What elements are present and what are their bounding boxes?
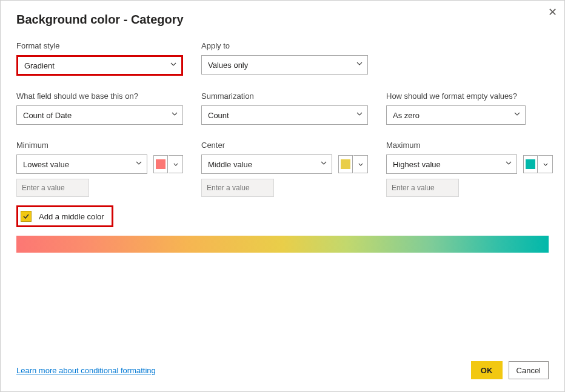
select-value: Middle value	[208, 160, 252, 169]
select-format-style[interactable]: Gradient	[16, 55, 183, 76]
label-maximum: Maximum	[386, 141, 553, 150]
col-format-style: Format style Gradient	[16, 41, 183, 76]
input-min-value[interactable]	[16, 179, 89, 197]
color-dropdown-center[interactable]	[353, 155, 368, 173]
label-empty-values: How should we format empty values?	[386, 91, 538, 101]
select-value: Lowest value	[23, 160, 69, 169]
chevron-down-icon	[136, 161, 142, 167]
checkbox-label: Add a middle color	[39, 212, 104, 221]
color-dropdown-min[interactable]	[169, 155, 183, 173]
select-empty-values[interactable]: As zero	[386, 105, 526, 125]
select-summarization[interactable]: Count	[201, 105, 368, 125]
center-value-row: Middle value	[201, 154, 368, 174]
color-fill	[526, 159, 535, 169]
button-group: OK Cancel	[471, 361, 549, 379]
chevron-down-icon	[356, 62, 363, 68]
close-icon[interactable]: ✕	[548, 5, 557, 19]
label-field-base: What field should we base this on?	[16, 91, 183, 101]
check-icon	[22, 213, 30, 220]
color-picker-maximum[interactable]	[523, 155, 553, 173]
select-value: As zero	[393, 111, 420, 120]
select-value: Values only	[208, 61, 248, 70]
color-picker-minimum[interactable]	[153, 155, 183, 173]
row-field-summ-empty: What field should we base this on? Count…	[16, 91, 549, 125]
color-dropdown-max[interactable]	[538, 155, 553, 173]
maximum-value-row: Highest value	[386, 154, 553, 174]
label-center: Center	[201, 141, 368, 150]
col-apply-to: Apply to Values only	[201, 41, 368, 76]
chevron-down-icon	[321, 161, 327, 167]
color-swatch-max	[523, 155, 538, 173]
label-summarization: Summarization	[201, 91, 368, 101]
select-minimum[interactable]: Lowest value	[16, 154, 147, 174]
select-value: Count	[208, 111, 229, 120]
color-fill	[341, 159, 350, 169]
dialog-title: Background color - Category	[16, 13, 549, 27]
chevron-down-icon	[170, 62, 176, 68]
gradient-preview	[16, 236, 549, 253]
input-max-value[interactable]	[386, 179, 459, 197]
select-maximum[interactable]: Highest value	[386, 154, 517, 174]
cancel-button[interactable]: Cancel	[509, 361, 549, 379]
color-picker-center[interactable]	[338, 155, 368, 173]
label-minimum: Minimum	[16, 141, 183, 150]
col-maximum: Maximum Highest value	[386, 141, 553, 197]
ok-button[interactable]: OK	[471, 361, 503, 379]
input-center-value[interactable]	[201, 179, 274, 197]
color-swatch-min	[153, 155, 168, 173]
select-apply-to[interactable]: Values only	[201, 55, 368, 75]
col-field-base: What field should we base this on? Count…	[16, 91, 183, 125]
chevron-down-icon	[506, 161, 512, 167]
row-format-apply: Format style Gradient Apply to Values on…	[16, 41, 549, 76]
color-fill	[156, 159, 165, 169]
label-format-style: Format style	[16, 41, 183, 50]
label-apply-to: Apply to	[201, 41, 368, 50]
col-summarization: Summarization Count	[201, 91, 368, 125]
select-field-base[interactable]: Count of Date	[16, 105, 183, 125]
chevron-down-icon	[172, 112, 178, 118]
select-value: Count of Date	[23, 111, 72, 120]
col-empty-values: How should we format empty values? As ze…	[386, 91, 538, 125]
chevron-down-icon	[356, 112, 363, 118]
dialog-footer: Learn more about conditional formatting …	[16, 361, 549, 379]
minimum-value-row: Lowest value	[16, 154, 183, 174]
chevron-down-icon	[514, 112, 520, 118]
row-min-center-max: Minimum Lowest value Center Mid	[16, 141, 549, 197]
col-minimum: Minimum Lowest value	[16, 141, 183, 197]
color-swatch-center	[338, 155, 353, 173]
col-center: Center Middle value	[201, 141, 368, 197]
checkbox-middle-color[interactable]	[21, 211, 32, 222]
learn-more-link[interactable]: Learn more about conditional formatting	[16, 366, 156, 375]
select-value: Gradient	[24, 61, 55, 70]
select-value: Highest value	[393, 160, 441, 169]
select-center[interactable]: Middle value	[201, 154, 332, 174]
checkbox-middle-color-highlight: Add a middle color	[16, 205, 113, 227]
